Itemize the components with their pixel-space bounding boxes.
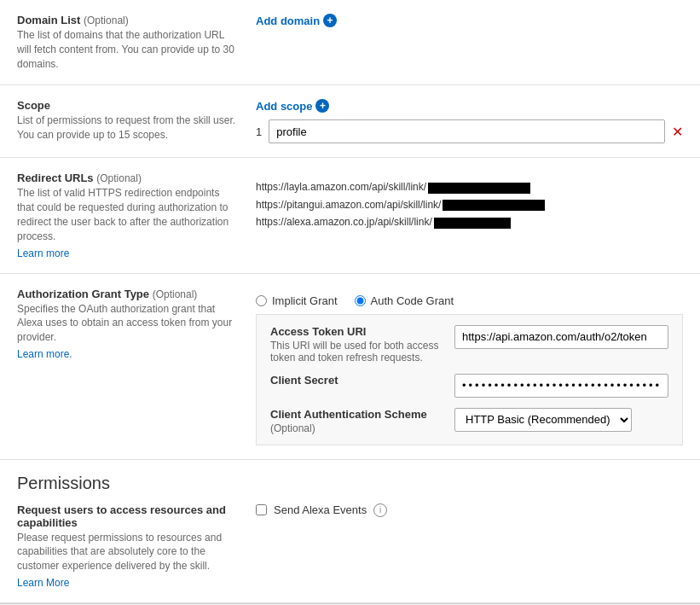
permissions-section-desc: Please request permissions to resources … bbox=[17, 531, 239, 573]
auth-grant-label: Authorization Grant Type (Optional) bbox=[17, 288, 239, 300]
redirect-urls-label: Redirect URLs (Optional) bbox=[17, 172, 239, 184]
permissions-section-label: Request users to access resources and ca… bbox=[17, 503, 239, 529]
auth-grant-learn-more[interactable]: Learn more. bbox=[17, 348, 239, 360]
access-token-uri-control bbox=[454, 325, 668, 349]
redirect-urls-section: Redirect URLs (Optional) The list of val… bbox=[0, 158, 700, 273]
send-alexa-events-info-icon[interactable]: i bbox=[373, 503, 387, 517]
redirect-url-2: https://pitangui.amazon.com/api/skill/li… bbox=[256, 196, 683, 213]
permissions-learn-more[interactable]: Learn More bbox=[17, 577, 239, 589]
auth-code-grant-details: Access Token URI This URI will be used f… bbox=[256, 314, 683, 445]
send-alexa-events-label[interactable]: Send Alexa Events i bbox=[256, 503, 683, 517]
send-alexa-events-checkbox[interactable] bbox=[256, 504, 267, 515]
auth-grant-desc: Specifies the OAuth authorization grant … bbox=[17, 302, 239, 345]
auth-grant-right: Implicit Grant Auth Code Grant Access To… bbox=[256, 288, 683, 445]
permissions-inner: Request users to access resources and ca… bbox=[17, 503, 683, 589]
scope-number: 1 bbox=[256, 125, 262, 138]
implicit-grant-radio[interactable] bbox=[256, 295, 267, 306]
access-token-uri-field: Access Token URI This URI will be used f… bbox=[270, 325, 668, 364]
client-auth-scheme-control: HTTP Basic (Recommended) HTTP Body bbox=[454, 408, 668, 432]
add-scope-link[interactable]: Add scope + bbox=[256, 99, 329, 113]
redacted-3 bbox=[434, 218, 511, 229]
client-auth-scheme-optional: (Optional) bbox=[270, 422, 441, 434]
scope-section: Scope List of permissions to request fro… bbox=[0, 85, 700, 158]
domain-list-section: Domain List (Optional) The list of domai… bbox=[0, 0, 700, 85]
client-auth-scheme-label-wrap: Client Authentication Scheme (Optional) bbox=[270, 408, 441, 434]
auth-grant-radio-group: Implicit Grant Auth Code Grant bbox=[256, 294, 683, 307]
access-token-uri-label-wrap: Access Token URI This URI will be used f… bbox=[270, 325, 441, 364]
redacted-1 bbox=[428, 183, 530, 194]
add-domain-link[interactable]: Add domain + bbox=[256, 14, 683, 27]
scope-row: 1 ✕ bbox=[256, 119, 683, 143]
access-token-uri-label: Access Token URI bbox=[270, 325, 441, 338]
auth-code-grant-radio[interactable] bbox=[355, 295, 366, 306]
scope-left: Scope List of permissions to request fro… bbox=[17, 99, 239, 143]
implicit-grant-option[interactable]: Implicit Grant bbox=[256, 294, 338, 307]
redirect-urls-left: Redirect URLs (Optional) The list of val… bbox=[17, 172, 239, 259]
client-auth-scheme-select[interactable]: HTTP Basic (Recommended) HTTP Body bbox=[454, 408, 632, 432]
scope-label: Scope bbox=[17, 99, 239, 112]
redirect-url-3: https://alexa.amazon.co.jp/api/skill/lin… bbox=[256, 213, 683, 230]
auth-grant-left: Authorization Grant Type (Optional) Spec… bbox=[17, 288, 239, 445]
permissions-left: Request users to access resources and ca… bbox=[17, 503, 239, 589]
permissions-title: Permissions bbox=[17, 474, 683, 493]
client-secret-input[interactable] bbox=[454, 374, 668, 398]
client-secret-control bbox=[454, 374, 668, 398]
scope-right: Add scope + 1 ✕ bbox=[256, 99, 683, 143]
auth-grant-section: Authorization Grant Type (Optional) Spec… bbox=[0, 274, 700, 460]
domain-list-right: Add domain + bbox=[256, 14, 683, 71]
domain-list-label: Domain List (Optional) bbox=[17, 14, 239, 26]
add-domain-icon: + bbox=[323, 14, 337, 27]
scope-desc: List of permissions to request from the … bbox=[17, 113, 239, 143]
permissions-section: Permissions Request users to access reso… bbox=[0, 460, 700, 603]
redirect-urls-right: https://layla.amazon.com/api/skill/link/… bbox=[256, 178, 683, 259]
redirect-urls-learn-more[interactable]: Learn more bbox=[17, 247, 239, 259]
redirect-url-1: https://layla.amazon.com/api/skill/link/ bbox=[256, 178, 683, 195]
client-secret-field: Client Secret bbox=[270, 374, 668, 398]
scope-input[interactable] bbox=[269, 119, 665, 143]
client-secret-label-wrap: Client Secret bbox=[270, 374, 441, 387]
add-scope-icon: + bbox=[315, 99, 329, 113]
access-token-uri-input[interactable] bbox=[454, 325, 668, 349]
auth-code-grant-option[interactable]: Auth Code Grant bbox=[355, 294, 454, 307]
delete-scope-icon[interactable]: ✕ bbox=[672, 124, 683, 140]
client-secret-label: Client Secret bbox=[270, 374, 441, 387]
redirect-urls-desc: The list of valid HTTPS redirection endp… bbox=[17, 186, 239, 243]
domain-list-left: Domain List (Optional) The list of domai… bbox=[17, 14, 239, 71]
redacted-2 bbox=[443, 200, 545, 211]
client-auth-scheme-label: Client Authentication Scheme bbox=[270, 408, 441, 421]
domain-list-desc: The list of domains that the authorizati… bbox=[17, 28, 239, 71]
access-token-uri-desc: This URI will be used for both access to… bbox=[270, 340, 441, 364]
client-auth-scheme-field: Client Authentication Scheme (Optional) … bbox=[270, 408, 668, 434]
permissions-right: Send Alexa Events i bbox=[256, 503, 683, 589]
